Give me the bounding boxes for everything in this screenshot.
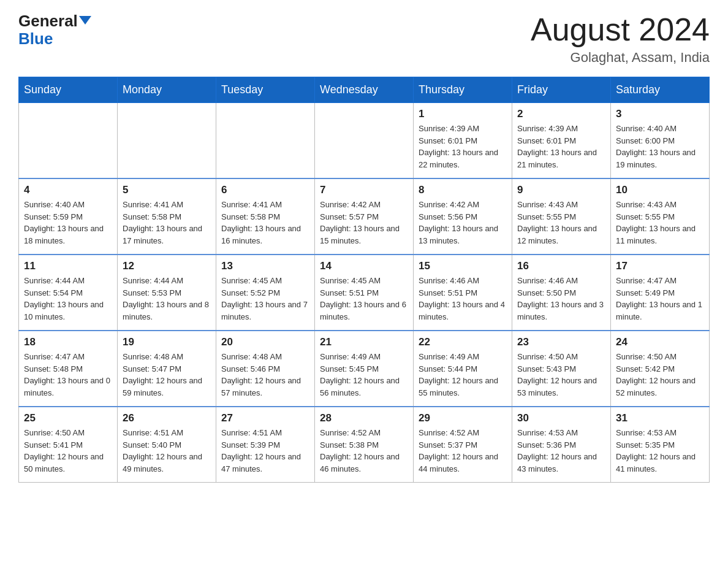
header-wednesday: Wednesday [315, 77, 414, 103]
calendar-cell: 17Sunrise: 4:47 AMSunset: 5:49 PMDayligh… [611, 255, 710, 331]
day-info: Sunrise: 4:41 AMSunset: 5:58 PMDaylight:… [221, 199, 309, 247]
calendar-title: August 2024 [531, 12, 710, 47]
calendar-cell: 15Sunrise: 4:46 AMSunset: 5:51 PMDayligh… [414, 255, 512, 331]
day-number: 24 [616, 336, 704, 348]
header-tuesday: Tuesday [216, 77, 315, 103]
calendar-cell: 5Sunrise: 4:41 AMSunset: 5:58 PMDaylight… [118, 178, 216, 255]
day-number: 4 [24, 184, 112, 196]
day-number: 17 [616, 260, 704, 272]
day-info: Sunrise: 4:42 AMSunset: 5:56 PMDaylight:… [419, 199, 507, 247]
day-info: Sunrise: 4:42 AMSunset: 5:57 PMDaylight:… [320, 199, 408, 247]
day-number: 19 [123, 336, 211, 348]
calendar-header-row: SundayMondayTuesdayWednesdayThursdayFrid… [19, 77, 710, 103]
day-number: 9 [517, 184, 605, 196]
day-info: Sunrise: 4:48 AMSunset: 5:47 PMDaylight:… [123, 351, 211, 399]
day-number: 15 [419, 260, 507, 272]
day-number: 8 [419, 184, 507, 196]
day-info: Sunrise: 4:47 AMSunset: 5:49 PMDaylight:… [616, 275, 704, 323]
calendar-cell: 30Sunrise: 4:53 AMSunset: 5:36 PMDayligh… [512, 407, 611, 483]
calendar-cell: 19Sunrise: 4:48 AMSunset: 5:47 PMDayligh… [118, 331, 216, 407]
page-header: General Blue August 2024 Golaghat, Assam… [18, 12, 710, 66]
day-info: Sunrise: 4:40 AMSunset: 6:00 PMDaylight:… [616, 123, 704, 170]
day-info: Sunrise: 4:41 AMSunset: 5:58 PMDaylight:… [123, 199, 211, 247]
day-number: 28 [320, 412, 408, 424]
calendar-cell: 12Sunrise: 4:44 AMSunset: 5:53 PMDayligh… [118, 255, 216, 331]
day-info: Sunrise: 4:45 AMSunset: 5:51 PMDaylight:… [320, 275, 408, 323]
day-info: Sunrise: 4:46 AMSunset: 5:51 PMDaylight:… [419, 275, 507, 323]
calendar-cell: 26Sunrise: 4:51 AMSunset: 5:40 PMDayligh… [118, 407, 216, 483]
calendar-cell: 4Sunrise: 4:40 AMSunset: 5:59 PMDaylight… [19, 178, 118, 255]
day-number: 23 [517, 336, 605, 348]
header-friday: Friday [512, 77, 611, 103]
calendar-cell [19, 103, 118, 179]
calendar-cell [118, 103, 216, 179]
calendar-cell: 3Sunrise: 4:40 AMSunset: 6:00 PMDaylight… [611, 103, 710, 179]
header-saturday: Saturday [611, 77, 710, 103]
day-number: 27 [221, 412, 309, 424]
day-info: Sunrise: 4:50 AMSunset: 5:42 PMDaylight:… [616, 351, 704, 399]
day-info: Sunrise: 4:43 AMSunset: 5:55 PMDaylight:… [616, 199, 704, 247]
day-number: 5 [123, 184, 211, 196]
calendar-cell: 8Sunrise: 4:42 AMSunset: 5:56 PMDaylight… [414, 178, 512, 255]
header-monday: Monday [118, 77, 216, 103]
calendar-cell: 21Sunrise: 4:49 AMSunset: 5:45 PMDayligh… [315, 331, 414, 407]
day-number: 7 [320, 184, 408, 196]
calendar-cell [315, 103, 414, 179]
day-info: Sunrise: 4:39 AMSunset: 6:01 PMDaylight:… [517, 123, 605, 170]
calendar-cell: 11Sunrise: 4:44 AMSunset: 5:54 PMDayligh… [19, 255, 118, 331]
day-info: Sunrise: 4:49 AMSunset: 5:44 PMDaylight:… [419, 351, 507, 399]
calendar-week-row: 18Sunrise: 4:47 AMSunset: 5:48 PMDayligh… [19, 331, 710, 407]
day-number: 16 [517, 260, 605, 272]
calendar-cell: 1Sunrise: 4:39 AMSunset: 6:01 PMDaylight… [414, 103, 512, 179]
day-number: 11 [24, 260, 112, 272]
calendar-cell: 25Sunrise: 4:50 AMSunset: 5:41 PMDayligh… [19, 407, 118, 483]
calendar-week-row: 25Sunrise: 4:50 AMSunset: 5:41 PMDayligh… [19, 407, 710, 483]
day-info: Sunrise: 4:53 AMSunset: 5:36 PMDaylight:… [517, 427, 605, 475]
calendar-cell: 7Sunrise: 4:42 AMSunset: 5:57 PMDaylight… [315, 178, 414, 255]
calendar-week-row: 4Sunrise: 4:40 AMSunset: 5:59 PMDaylight… [19, 178, 710, 255]
calendar-cell: 22Sunrise: 4:49 AMSunset: 5:44 PMDayligh… [414, 331, 512, 407]
calendar-week-row: 1Sunrise: 4:39 AMSunset: 6:01 PMDaylight… [19, 103, 710, 179]
day-number: 13 [221, 260, 309, 272]
day-info: Sunrise: 4:50 AMSunset: 5:41 PMDaylight:… [24, 427, 112, 475]
day-number: 6 [221, 184, 309, 196]
day-info: Sunrise: 4:45 AMSunset: 5:52 PMDaylight:… [221, 275, 309, 323]
calendar-cell: 31Sunrise: 4:53 AMSunset: 5:35 PMDayligh… [611, 407, 710, 483]
day-info: Sunrise: 4:39 AMSunset: 6:01 PMDaylight:… [419, 123, 507, 170]
day-info: Sunrise: 4:49 AMSunset: 5:45 PMDaylight:… [320, 351, 408, 399]
calendar-cell: 23Sunrise: 4:50 AMSunset: 5:43 PMDayligh… [512, 331, 611, 407]
calendar-cell: 29Sunrise: 4:52 AMSunset: 5:37 PMDayligh… [414, 407, 512, 483]
calendar-cell: 2Sunrise: 4:39 AMSunset: 6:01 PMDaylight… [512, 103, 611, 179]
day-info: Sunrise: 4:44 AMSunset: 5:54 PMDaylight:… [24, 275, 112, 323]
calendar-cell: 6Sunrise: 4:41 AMSunset: 5:58 PMDaylight… [216, 178, 315, 255]
day-info: Sunrise: 4:43 AMSunset: 5:55 PMDaylight:… [517, 199, 605, 247]
day-number: 22 [419, 336, 507, 348]
day-info: Sunrise: 4:52 AMSunset: 5:38 PMDaylight:… [320, 427, 408, 475]
day-number: 3 [616, 108, 704, 120]
day-number: 18 [24, 336, 112, 348]
day-info: Sunrise: 4:50 AMSunset: 5:43 PMDaylight:… [517, 351, 605, 399]
day-info: Sunrise: 4:53 AMSunset: 5:35 PMDaylight:… [616, 427, 704, 475]
day-info: Sunrise: 4:51 AMSunset: 5:39 PMDaylight:… [221, 427, 309, 475]
day-number: 29 [419, 412, 507, 424]
calendar-cell: 24Sunrise: 4:50 AMSunset: 5:42 PMDayligh… [611, 331, 710, 407]
calendar-cell: 28Sunrise: 4:52 AMSunset: 5:38 PMDayligh… [315, 407, 414, 483]
calendar-cell: 18Sunrise: 4:47 AMSunset: 5:48 PMDayligh… [19, 331, 118, 407]
calendar-subtitle: Golaghat, Assam, India [531, 50, 710, 66]
day-number: 20 [221, 336, 309, 348]
calendar-cell: 20Sunrise: 4:48 AMSunset: 5:46 PMDayligh… [216, 331, 315, 407]
logo: General Blue [18, 12, 91, 47]
logo-triangle-icon [79, 16, 91, 25]
logo-area: General Blue [18, 12, 91, 47]
calendar-cell: 16Sunrise: 4:46 AMSunset: 5:50 PMDayligh… [512, 255, 611, 331]
day-number: 30 [517, 412, 605, 424]
day-number: 14 [320, 260, 408, 272]
day-info: Sunrise: 4:44 AMSunset: 5:53 PMDaylight:… [123, 275, 211, 323]
calendar-table: SundayMondayTuesdayWednesdayThursdayFrid… [18, 77, 710, 483]
day-number: 21 [320, 336, 408, 348]
calendar-cell: 9Sunrise: 4:43 AMSunset: 5:55 PMDaylight… [512, 178, 611, 255]
day-number: 12 [123, 260, 211, 272]
day-number: 2 [517, 108, 605, 120]
calendar-cell: 10Sunrise: 4:43 AMSunset: 5:55 PMDayligh… [611, 178, 710, 255]
day-info: Sunrise: 4:48 AMSunset: 5:46 PMDaylight:… [221, 351, 309, 399]
